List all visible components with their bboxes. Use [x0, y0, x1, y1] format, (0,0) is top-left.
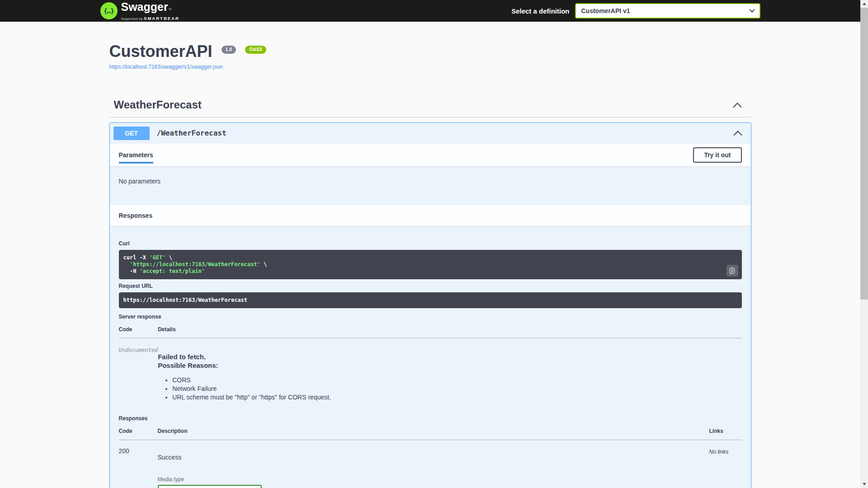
server-response-details-header: Details	[158, 320, 741, 338]
spec-url-link[interactable]: https://localhost:7163/swagger/v1/swagge…	[109, 64, 223, 70]
api-title: CustomerAPI	[109, 42, 212, 61]
error-title: Failed to fetch.	[158, 352, 741, 361]
tag-title: WeatherForecast	[114, 98, 202, 112]
parameters-section-header: Parameters Try it out	[110, 144, 751, 166]
clipboard-icon	[729, 267, 736, 274]
error-subtitle: Possible Reasons:	[158, 361, 741, 370]
swagger-logo-link[interactable]: {…} Swagger™ Supported by SMARTBEAR	[100, 1, 179, 21]
select-definition-label: Select a definition	[511, 7, 569, 15]
vertical-scrollbar	[860, 0, 868, 488]
scrollbar-thumb[interactable]	[860, 8, 868, 300]
trademark-mark: ™	[168, 8, 172, 12]
server-response-row: Undocumented Failed to fetch. Possible R…	[119, 338, 742, 409]
try-it-out-button[interactable]: Try it out	[693, 147, 741, 163]
request-url-block: https://localhost:7163/WeatherForecast	[119, 292, 742, 308]
responses-section-header: Responses	[110, 205, 751, 226]
response-status-undocumented: Undocumented	[119, 347, 158, 353]
operation-summary[interactable]: GET /WeatherForecast	[110, 123, 751, 144]
operation-path: /WeatherForecast	[157, 129, 226, 137]
error-reason: CORS	[172, 376, 741, 384]
error-reason: Network Failure	[172, 385, 741, 393]
api-info: CustomerAPI 1.0 OAS3 https://localhost:7…	[109, 22, 751, 70]
server-response-label: Server response	[119, 314, 742, 320]
opblock-get-weatherforecast: GET /WeatherForecast Parameters Try it o…	[109, 122, 751, 488]
responses-code-header: Code	[119, 422, 158, 440]
response-links: No links	[709, 449, 729, 455]
oas3-badge: OAS3	[245, 46, 266, 54]
version-badge: 1.0	[222, 46, 236, 54]
responses-description-header: Description	[158, 422, 709, 440]
http-method-badge: GET	[113, 127, 150, 140]
api-title-row: CustomerAPI 1.0 OAS3	[109, 42, 751, 61]
curl-label: Curl	[119, 240, 742, 247]
scroll-down-icon	[863, 483, 866, 485]
responses-table: Code Description Links 200 Success	[119, 422, 742, 488]
definition-picker: Select a definition CustomerAPI v1	[511, 3, 760, 19]
media-type-select-wrap: text/plain	[158, 485, 262, 488]
responses-body: Curl curl -X 'GET' \ 'https://localhost:…	[110, 226, 751, 488]
tag-header-weatherforecast[interactable]: WeatherForecast	[109, 98, 751, 117]
error-reason: URL scheme must be "http" or "https" for…	[172, 393, 741, 401]
parameters-container: No parameters	[110, 166, 751, 205]
request-url-label: Request URL	[119, 283, 742, 289]
responses-links-header: Links	[709, 422, 742, 440]
swagger-logo-icon: {…}	[100, 2, 118, 19]
media-type-label: Media type	[158, 476, 709, 483]
response-row-200: 200 Success Media type text/plain	[119, 440, 742, 488]
responses-section-title: Responses	[119, 212, 153, 219]
smartbear-attribution: Supported by SMARTBEAR	[121, 16, 179, 21]
error-reason-list: CORS Network Failure URL scheme must be …	[158, 376, 741, 401]
copy-to-clipboard-button[interactable]	[726, 265, 738, 277]
swagger-logo-text-block: Swagger™ Supported by SMARTBEAR	[121, 1, 179, 21]
fetch-error-details: Failed to fetch. Possible Reasons: CORS …	[158, 346, 741, 401]
main-content: CustomerAPI 1.0 OAS3 https://localhost:7…	[100, 22, 760, 488]
operation-body: Parameters Try it out No parameters Resp…	[110, 144, 751, 488]
curl-command-block: curl -X 'GET' \ 'https://localhost:7163/…	[119, 250, 742, 279]
scroll-up-icon	[863, 3, 866, 5]
tab-parameters[interactable]: Parameters	[119, 151, 153, 164]
scroll-up-button[interactable]	[860, 0, 868, 8]
collapse-operation-button[interactable]	[732, 129, 744, 137]
response-description: Success	[158, 454, 709, 461]
request-url-value: https://localhost:7163/WeatherForecast	[123, 297, 737, 304]
definition-select[interactable]: CustomerAPI v1	[575, 3, 760, 19]
chevron-up-icon	[733, 131, 743, 137]
server-response-table: Code Details Undocumented	[119, 320, 742, 409]
topbar-wrapper: {…} Swagger™ Supported by SMARTBEAR Sele…	[91, 0, 769, 22]
server-response-code-header: Code	[119, 320, 158, 338]
scroll-down-button[interactable]	[860, 480, 868, 488]
media-type-control: Media type text/plain	[158, 476, 709, 488]
topbar: {…} Swagger™ Supported by SMARTBEAR Sele…	[0, 0, 860, 22]
definition-select-wrap: CustomerAPI v1	[575, 3, 760, 19]
swagger-logo-wordmark: Swagger™	[121, 1, 179, 15]
swagger-ui-page: {…} Swagger™ Supported by SMARTBEAR Sele…	[0, 0, 860, 488]
media-type-select[interactable]: text/plain	[158, 485, 262, 488]
curl-command-text: curl -X 'GET' \ 'https://localhost:7163/…	[123, 254, 737, 275]
response-code: 200	[119, 440, 158, 488]
responses-table-label: Responses	[119, 415, 742, 422]
no-parameters-text: No parameters	[119, 178, 742, 185]
tag-section-weatherforecast: WeatherForecast GET /WeatherForecast	[109, 98, 751, 488]
chevron-up-icon	[732, 103, 742, 109]
collapse-tag-button[interactable]	[731, 101, 743, 109]
